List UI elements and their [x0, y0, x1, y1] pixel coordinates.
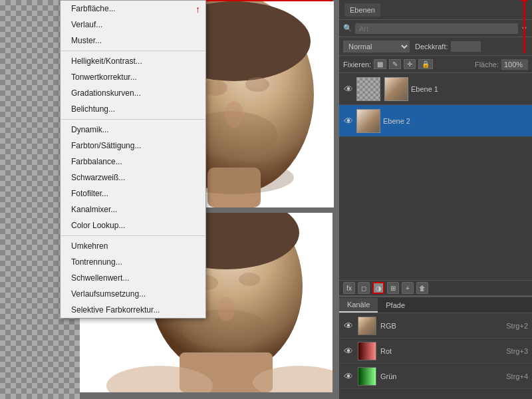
channel-green-visibility[interactable]: 👁 [343, 371, 354, 382]
channel-red-shortcut: Strg+3 [506, 347, 528, 355]
menu-item-belichtung[interactable]: Belichtung... [61, 101, 205, 117]
search-input[interactable] [355, 23, 518, 34]
menu-item-schwarzweiss[interactable]: Schwarzweiß... [61, 170, 205, 186]
layer-item-2[interactable]: 👁 Ebene 2 [339, 105, 532, 137]
layer-thumb-1 [356, 77, 380, 101]
bottom-toolbar: fx ◻ ◑ ⊞ + 🗑 [339, 280, 532, 296]
new-layer-button[interactable]: + [402, 282, 414, 294]
channel-red-name: Rot [380, 347, 502, 355]
visibility-icon-2[interactable]: 👁 [343, 116, 354, 126]
svg-point-16 [239, 273, 260, 286]
channel-red-thumb [358, 342, 376, 360]
menu-item-tonwert[interactable]: Tonwertkorrektur... [61, 69, 205, 85]
menu-item-farbbalance[interactable]: Farbbalance... [61, 154, 205, 170]
channel-red[interactable]: 👁 Rot Strg+3 [339, 338, 532, 364]
channel-rgb-shortcut: Strg+2 [506, 322, 528, 330]
menu-item-kanalmixer[interactable]: Kanalmixer... [61, 201, 205, 217]
channel-green-shortcut: Strg+4 [506, 372, 528, 380]
menu-item-helligkeit[interactable]: Helligkeit/Kontrast... [61, 53, 205, 69]
visibility-icon-1[interactable]: 👁 [343, 84, 354, 94]
menu-item-farbflaeche[interactable]: Farbfläche...↑ [61, 1, 205, 17]
svg-point-7 [225, 101, 243, 128]
channel-green-thumb [358, 367, 376, 386]
paths-tab[interactable]: Pfade [378, 299, 413, 312]
fx-button[interactable]: fx [343, 282, 355, 294]
lock-image-icon[interactable]: ✎ [389, 59, 401, 69]
menu-item-umkehren[interactable]: Umkehren [61, 238, 205, 254]
channel-rgb-thumb [358, 317, 376, 335]
menu-item-gradation[interactable]: Gradationskurven... [61, 85, 205, 101]
menu-separator [61, 51, 205, 51]
lock-transparent-icon[interactable]: ▩ [374, 59, 386, 69]
menu-item-colorlookup[interactable]: Color Lookup... [61, 217, 205, 233]
svg-point-5 [245, 77, 269, 92]
channel-rgb[interactable]: 👁 RGB Strg+2 [339, 313, 532, 338]
opacity-label: Deckkraft: [415, 43, 448, 51]
lock-row: Fixieren: ▩ ✎ ✛ 🔒 Fläche: 100% [339, 56, 532, 73]
menu-item-fotofilter[interactable]: Fotofilter... [61, 186, 205, 201]
layer-thumb-2 [356, 109, 380, 133]
lock-all-icon[interactable]: 🔒 [418, 59, 433, 69]
group-button[interactable]: ⊞ [387, 282, 399, 294]
svg-point-18 [217, 297, 235, 321]
layer-name-2: Ebene 2 [383, 117, 528, 125]
fill-label: Fläche: [475, 61, 499, 68]
blend-mode-row: Normal Multiplizieren Abblenden Deckkraf… [339, 37, 532, 56]
menu-separator [61, 235, 205, 236]
menu-item-farbton[interactable]: Farbton/Sättigung... [61, 138, 205, 154]
menu-arrow: ↑ [196, 4, 200, 15]
blend-mode-select[interactable]: Normal Multiplizieren Abblenden [343, 41, 410, 53]
channel-green-name: Grün [380, 372, 502, 380]
menu-item-tontrennung[interactable]: Tontrennung... [61, 254, 205, 270]
search-icon: 🔍 [343, 24, 352, 33]
channel-green[interactable]: 👁 Grün Strg+4 [339, 364, 532, 389]
channel-rgb-name: RGB [380, 322, 502, 330]
menu-item-selektivefarbkorrektur[interactable]: Selektive Farbkorrektur... [61, 302, 205, 318]
layer-name-1: Ebene 1 [411, 85, 528, 93]
mask-button[interactable]: ◻ [358, 282, 370, 294]
channel-red-visibility[interactable]: 👁 [343, 346, 354, 356]
channels-tab[interactable]: Kanäle [339, 298, 378, 313]
channel-rgb-visibility[interactable]: 👁 [343, 321, 354, 331]
menu-item-verlaufsumsetzung[interactable]: Verlaufsumsetzung... [61, 286, 205, 302]
channels-panel: Kanäle Pfade 👁 RGB Strg+2 👁 Rot Strg+3 👁… [339, 296, 532, 399]
menu-item-muster[interactable]: Muster... [61, 33, 205, 49]
channels-tabs: Kanäle Pfade [339, 297, 532, 313]
search-bar: 🔍 ▼ [339, 20, 532, 37]
menu-item-dynamik[interactable]: Dynamik... [61, 122, 205, 138]
layer-mask-thumb-1 [384, 77, 408, 101]
layer-item-1[interactable]: 👁 Ebene 1 [339, 73, 532, 105]
opacity-input[interactable]: 100% [451, 41, 481, 52]
adjustment-button[interactable]: ◑ [372, 282, 384, 294]
lock-position-icon[interactable]: ✛ [404, 59, 416, 69]
menu-item-verlauf[interactable]: Verlauf... [61, 17, 205, 33]
menu-separator [61, 119, 205, 120]
dropdown-menu: Farbfläche...↑Verlauf...Muster...Helligk… [60, 0, 206, 319]
fill-input[interactable]: 100% [501, 59, 528, 70]
lock-label: Fixieren: [343, 61, 371, 68]
menu-item-schwellenwert[interactable]: Schwellenwert... [61, 270, 205, 286]
layers-header: Ebenen [339, 0, 532, 20]
red-arrow-indicator [523, 0, 525, 53]
delete-button[interactable]: 🗑 [416, 282, 428, 294]
layers-tab[interactable]: Ebenen [344, 3, 380, 17]
